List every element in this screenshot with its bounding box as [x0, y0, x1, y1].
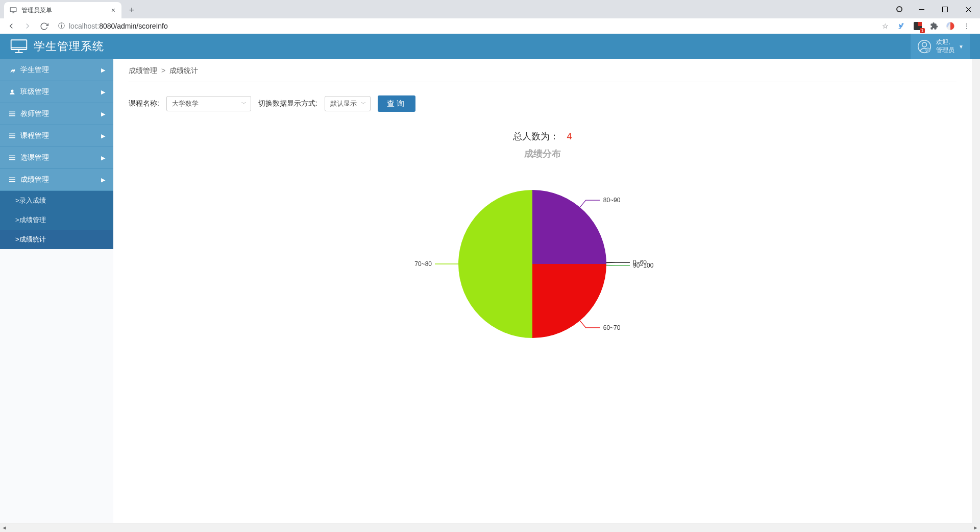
scroll-right-icon[interactable]: ►	[971, 523, 980, 532]
svg-rect-0	[10, 8, 16, 12]
svg-rect-22	[9, 135, 15, 136]
svg-rect-20	[9, 115, 15, 116]
site-info-icon[interactable]: ⓘ	[58, 21, 65, 31]
sidebar-sub-score-stats[interactable]: >成绩统计	[0, 230, 113, 249]
svg-rect-27	[9, 178, 15, 179]
sidebar-label: 选课管理	[20, 153, 101, 162]
url-host: localhost:	[69, 22, 99, 30]
url-path: 8080/admin/scoreInfo	[99, 22, 168, 30]
extensions-puzzle-icon[interactable]	[928, 20, 940, 32]
sidebar-label: 课程管理	[20, 131, 101, 140]
sidebar: 学生管理 ▶ 班级管理 ▶ 教师管理 ▶ 课程管理 ▶ 选课管理 ▶ 成绩管理 …	[0, 59, 113, 523]
extension-bird-icon[interactable]	[895, 20, 908, 32]
svg-rect-25	[9, 157, 15, 158]
svg-rect-8	[918, 22, 922, 26]
sidebar-item-course[interactable]: 课程管理 ▶	[0, 125, 113, 147]
sidebar-item-score[interactable]: 成绩管理 ▶	[0, 169, 113, 191]
svg-rect-19	[9, 113, 15, 114]
chevron-down-icon: ﹀	[361, 100, 366, 107]
svg-text:70~80: 70~80	[414, 260, 432, 268]
tab-close-icon[interactable]: ×	[110, 6, 116, 14]
browser-menu-icon[interactable]: ⋮	[961, 20, 973, 32]
app-brand: 学生管理系统	[10, 39, 104, 54]
caret-right-icon: ▶	[101, 67, 105, 74]
new-tab-button[interactable]: +	[125, 3, 139, 17]
sidebar-item-teacher[interactable]: 教师管理 ▶	[0, 103, 113, 125]
list-icon	[8, 111, 16, 116]
url-input[interactable]: ⓘ localhost:8080/admin/scoreInfo	[53, 19, 877, 33]
sidebar-sub-score-manage[interactable]: >成绩管理	[0, 210, 113, 230]
svg-rect-21	[9, 134, 15, 135]
nav-reload-button[interactable]	[37, 19, 51, 33]
user-menu[interactable]: 欢迎, 管理员 ▼	[911, 34, 970, 59]
app-logo-monitor-icon	[10, 39, 28, 54]
query-button[interactable]: 查询	[378, 95, 415, 112]
window-minimize-button[interactable]	[910, 1, 933, 17]
sidebar-sub-label: >录入成绩	[15, 196, 46, 205]
extension-badge: 1	[920, 28, 925, 33]
browser-chrome: 管理员菜单 × + ⓘ localhost:8080/admin/scoreIn…	[0, 0, 980, 34]
sidebar-item-class[interactable]: 班级管理 ▶	[0, 81, 113, 103]
horizontal-scrollbar[interactable]: ◄ ►	[0, 523, 980, 532]
tab-bar: 管理员菜单 × +	[0, 0, 980, 18]
pie-chart: 0~6060~7070~8080~9090~100	[384, 172, 701, 356]
app-header: 学生管理系统 欢迎, 管理员 ▼	[0, 34, 980, 59]
profile-avatar-icon[interactable]	[944, 20, 957, 32]
user-avatar-icon	[917, 39, 932, 54]
breadcrumb-sep: >	[161, 66, 165, 75]
svg-rect-26	[9, 159, 15, 160]
address-bar: ⓘ localhost:8080/admin/scoreInfo ☆ 1 ⋮	[0, 18, 980, 34]
mode-select-value: 默认显示	[330, 99, 357, 108]
total-row: 总人数为： 4	[129, 130, 957, 142]
course-select-value: 大学数学	[172, 99, 199, 108]
svg-point-17	[11, 90, 14, 92]
breadcrumb: 成绩管理 > 成绩统计	[129, 66, 957, 82]
total-count: 4	[567, 131, 572, 141]
app-title: 学生管理系统	[34, 39, 104, 54]
svg-point-15	[922, 42, 927, 47]
sidebar-sub-label: >成绩管理	[15, 215, 46, 225]
course-select[interactable]: 大学数学 ﹀	[166, 96, 251, 111]
welcome-label: 欢迎,	[936, 38, 954, 46]
svg-text:90~100: 90~100	[633, 262, 654, 269]
leaf-icon	[8, 67, 16, 74]
window-maximize-button[interactable]	[933, 1, 957, 17]
list-icon	[8, 155, 16, 160]
breadcrumb-b: 成绩统计	[169, 66, 198, 75]
browser-tab[interactable]: 管理员菜单 ×	[4, 2, 121, 18]
caret-right-icon: ▶	[101, 89, 105, 95]
sidebar-sub-enter-score[interactable]: >录入成绩	[0, 191, 113, 210]
tab-title: 管理员菜单	[21, 6, 106, 15]
svg-rect-18	[9, 112, 15, 113]
mode-label: 切换数据显示方式:	[258, 99, 317, 108]
svg-rect-28	[9, 179, 15, 180]
incognito-indicator-icon	[896, 6, 902, 12]
caret-right-icon: ▶	[101, 133, 105, 139]
sidebar-item-elective[interactable]: 选课管理 ▶	[0, 147, 113, 169]
svg-text:60~70: 60~70	[603, 324, 621, 331]
bookmark-star-icon[interactable]: ☆	[879, 20, 891, 32]
user-icon	[8, 89, 16, 95]
vertical-scrollbar[interactable]	[972, 59, 980, 523]
nav-back-button[interactable]	[4, 19, 18, 33]
extension-devtools-icon[interactable]: 1	[912, 20, 924, 32]
caret-right-icon: ▶	[101, 111, 105, 117]
caret-right-icon: ▶	[101, 155, 105, 161]
filter-bar: 课程名称: 大学数学 ﹀ 切换数据显示方式: 默认显示 ﹀ 查询	[129, 95, 957, 112]
total-label: 总人数为：	[513, 131, 559, 141]
breadcrumb-a: 成绩管理	[129, 66, 157, 75]
chart-title: 成绩分布	[129, 148, 957, 160]
user-caret-icon: ▼	[959, 44, 964, 50]
user-text: 欢迎, 管理员	[936, 38, 954, 54]
chevron-down-icon: ﹀	[241, 100, 247, 107]
sidebar-label: 学生管理	[20, 65, 101, 75]
scroll-left-icon[interactable]: ◄	[0, 523, 9, 532]
sidebar-item-student[interactable]: 学生管理 ▶	[0, 59, 113, 81]
nav-forward-button[interactable]	[20, 19, 35, 33]
svg-text:80~90: 80~90	[603, 197, 621, 204]
list-icon	[8, 133, 16, 138]
caret-right-icon: ▶	[101, 177, 105, 183]
mode-select[interactable]: 默认显示 ﹀	[325, 96, 371, 111]
window-close-button[interactable]	[957, 1, 980, 17]
list-icon	[8, 177, 16, 182]
